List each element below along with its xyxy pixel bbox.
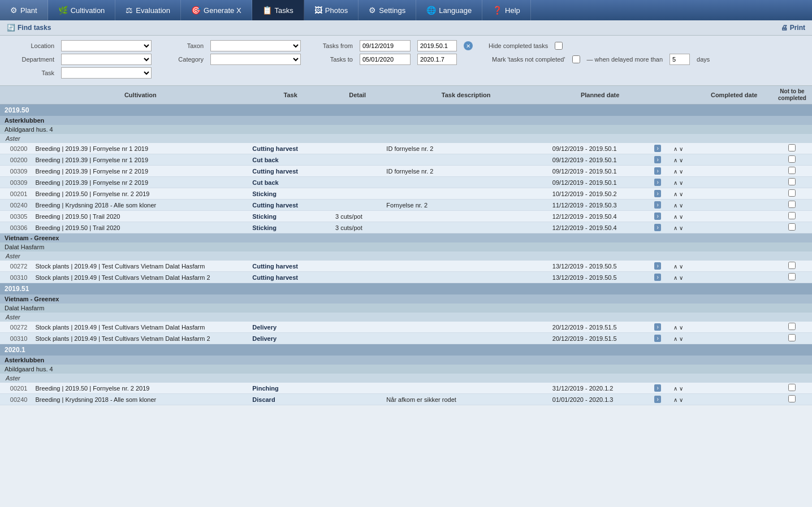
row-detail-button[interactable]: › (654, 323, 660, 331)
not-complete-checkbox[interactable] (788, 167, 796, 174)
sort-down-icon[interactable]: ∨ (679, 168, 683, 175)
not-complete-checkbox[interactable] (788, 155, 796, 163)
nav-plant[interactable]: ⚙ Plant (0, 0, 48, 20)
row-detail-button[interactable]: › (654, 262, 660, 270)
row-detail-button[interactable]: › (654, 145, 660, 152)
sort-up-icon[interactable]: ∧ (673, 202, 677, 209)
not-complete-checkbox[interactable] (788, 189, 796, 197)
nav-photos[interactable]: 🖼 Photos (304, 0, 359, 20)
row-task: Cutting harvest (249, 200, 332, 211)
task-select[interactable] (61, 67, 152, 79)
tasks-from-date-input[interactable] (360, 40, 411, 51)
location-select[interactable] (61, 40, 152, 51)
row-not-complete-cell (772, 166, 812, 177)
not-complete-checkbox[interactable] (788, 223, 796, 231)
nav-cultivation[interactable]: 🌿 Cultivation (48, 0, 116, 20)
row-not-complete-cell (772, 333, 812, 344)
row-detail-button[interactable]: › (654, 335, 660, 342)
hide-completed-checkbox[interactable] (555, 42, 563, 50)
tasks-to-week-input[interactable] (417, 54, 457, 65)
row-detail-button[interactable]: › (654, 224, 660, 231)
row-detail-button[interactable]: › (654, 190, 660, 197)
row-location: Vietnam - Greenex (0, 233, 812, 243)
not-complete-checkbox[interactable] (788, 334, 796, 341)
sort-up-icon[interactable]: ∧ (673, 225, 677, 231)
sort-up-icon[interactable]: ∧ (673, 275, 677, 281)
row-arrow-cell: › (651, 200, 670, 211)
sort-up-icon[interactable]: ∧ (673, 180, 677, 186)
row-not-complete-cell (772, 154, 812, 166)
sort-down-icon[interactable]: ∨ (679, 385, 683, 392)
tasks-from-week-input[interactable] (417, 40, 457, 51)
sort-down-icon[interactable]: ∨ (679, 397, 683, 403)
printer-icon: 🖨 (781, 24, 788, 32)
nav-evaluation[interactable]: ⚖ Evaluation (115, 0, 181, 20)
row-detail-button[interactable]: › (654, 213, 660, 220)
row-not-complete-cell (772, 261, 812, 272)
sort-down-icon[interactable]: ∨ (679, 146, 683, 152)
sort-up-icon[interactable]: ∧ (673, 397, 677, 403)
row-completed (696, 154, 772, 166)
row-completed (696, 322, 772, 333)
not-complete-checkbox[interactable] (788, 201, 796, 208)
sort-up-icon[interactable]: ∧ (673, 214, 677, 220)
not-complete-checkbox[interactable] (788, 273, 796, 280)
taxon-select[interactable] (210, 40, 301, 51)
sort-down-icon[interactable]: ∨ (679, 180, 683, 186)
sort-down-icon[interactable]: ∨ (679, 324, 683, 331)
print-button[interactable]: 🖨 Print (781, 24, 805, 32)
nav-generatex[interactable]: 🎯 Generate X (181, 0, 252, 20)
sort-down-icon[interactable]: ∨ (679, 275, 683, 281)
not-complete-checkbox[interactable] (788, 323, 796, 330)
category-select[interactable] (210, 54, 301, 65)
row-detail-button[interactable]: › (654, 201, 660, 209)
row-detail-button[interactable]: › (654, 396, 660, 403)
nav-tasks[interactable]: 📋 Tasks (252, 0, 304, 20)
row-detail-button[interactable]: › (654, 384, 660, 392)
row-cultivation: Stock plants | 2019.49 | Test Cultivars … (32, 261, 249, 272)
row-arrow-cell: › (651, 166, 670, 177)
not-complete-checkbox[interactable] (788, 262, 796, 269)
sort-up-icon[interactable]: ∧ (673, 336, 677, 342)
tasks-to-date-input[interactable] (360, 54, 411, 65)
row-detail-button[interactable]: › (654, 156, 660, 163)
sort-up-icon[interactable]: ∧ (673, 263, 677, 270)
sort-down-icon[interactable]: ∨ (679, 214, 683, 220)
not-complete-checkbox[interactable] (788, 212, 796, 219)
sort-up-icon[interactable]: ∧ (673, 146, 677, 152)
department-select[interactable] (61, 54, 152, 65)
sort-up-icon[interactable]: ∧ (673, 191, 677, 197)
sort-down-icon[interactable]: ∨ (679, 225, 683, 231)
sort-up-icon[interactable]: ∧ (673, 324, 677, 331)
row-cultivation: Breeding | 2019.50 | Fornyelse nr. 2 201… (32, 188, 249, 200)
sort-down-icon[interactable]: ∨ (679, 191, 683, 197)
sort-up-icon[interactable]: ∧ (673, 157, 677, 163)
row-detail-button[interactable]: › (654, 274, 660, 281)
mark-not-completed-checkbox[interactable] (572, 55, 580, 63)
sort-down-icon[interactable]: ∨ (679, 263, 683, 270)
nav-help[interactable]: ❓ Help (482, 0, 531, 20)
not-complete-checkbox[interactable] (788, 144, 796, 151)
find-tasks-button[interactable]: 🔄 Find tasks (7, 24, 51, 32)
sort-down-icon[interactable]: ∨ (679, 202, 683, 209)
sort-down-icon[interactable]: ∨ (679, 336, 683, 342)
sort-up-icon[interactable]: ∧ (673, 385, 677, 392)
row-completed (696, 272, 772, 283)
row-id: 00200 (0, 143, 32, 154)
row-detail-button[interactable]: › (654, 179, 660, 186)
row-planned: 09/12/2019 - 2019.50.1 (549, 166, 651, 177)
delay-days-input[interactable] (670, 54, 690, 65)
not-complete-checkbox[interactable] (788, 384, 796, 391)
tasks-table: Cultivation Task Detail Task description… (0, 86, 812, 405)
sort-down-icon[interactable]: ∨ (679, 157, 683, 163)
clear-dates-button[interactable]: ✕ (464, 41, 473, 50)
nav-language[interactable]: 🌐 Language (416, 0, 482, 20)
not-complete-checkbox[interactable] (788, 395, 796, 402)
not-complete-checkbox[interactable] (788, 178, 796, 185)
row-detail-button[interactable]: › (654, 167, 660, 175)
row-sort-cell: ∧ ∨ (670, 272, 696, 283)
cultivation-icon: 🌿 (58, 6, 68, 15)
sort-up-icon[interactable]: ∧ (673, 168, 677, 175)
row-planned: 09/12/2019 - 2019.50.1 (549, 154, 651, 166)
nav-settings[interactable]: ⚙ Settings (359, 0, 416, 20)
